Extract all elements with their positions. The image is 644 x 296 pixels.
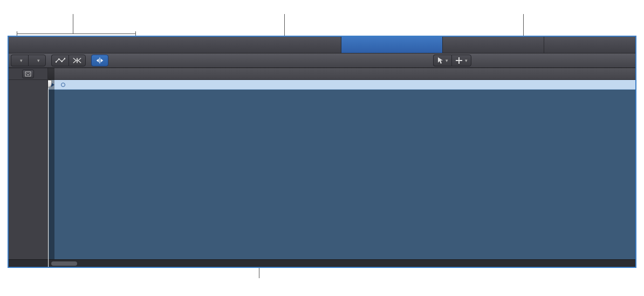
- editor-tabs: [9, 37, 635, 53]
- scrollbar-thumb[interactable]: [51, 261, 77, 266]
- waveform-display[interactable]: [48, 90, 635, 259]
- ruler[interactable]: [48, 68, 635, 80]
- ruler-corner: [9, 68, 48, 80]
- callout-line: [135, 31, 136, 36]
- horizontal-scrollbar[interactable]: [48, 259, 635, 267]
- tab-spacer: [9, 37, 341, 53]
- left-header-spacer: [9, 80, 48, 90]
- db-scale: [9, 90, 48, 259]
- callout-line: [17, 31, 17, 36]
- playhead-handle[interactable]: [48, 80, 52, 88]
- tab-track[interactable]: [341, 37, 442, 53]
- catch-playhead-icon[interactable]: [91, 55, 108, 66]
- callout-line: [73, 14, 73, 33]
- chevron-down-icon: ▾: [20, 58, 23, 63]
- chevron-down-icon: ▾: [446, 58, 448, 63]
- callout-line: [17, 33, 135, 34]
- loop-icon: [61, 83, 65, 87]
- chevron-down-icon: ▾: [37, 58, 40, 63]
- main-area: [48, 68, 635, 267]
- playhead-line: [48, 80, 49, 267]
- chevron-down-icon: ▾: [465, 58, 468, 63]
- svg-rect-5: [99, 58, 100, 64]
- region-header[interactable]: [48, 80, 635, 90]
- tab-file[interactable]: [442, 37, 544, 53]
- svg-point-1: [58, 58, 59, 60]
- svg-point-2: [61, 60, 63, 62]
- flex-icon[interactable]: [68, 55, 86, 66]
- alt-tool[interactable]: ▾: [451, 55, 471, 66]
- playhead[interactable]: [48, 68, 52, 90]
- audio-editor-menubar: ▾ ▾ ▾ ▾: [9, 53, 635, 68]
- editor-content: [9, 68, 635, 267]
- svg-rect-7: [456, 60, 462, 61]
- svg-rect-4: [77, 58, 78, 63]
- collapse-button[interactable]: [22, 70, 34, 78]
- tab-end-spacer: [544, 37, 635, 53]
- pointer-tool[interactable]: ▾: [433, 55, 451, 66]
- audio-editor-window: ▾ ▾ ▾ ▾: [8, 36, 636, 268]
- automation-icon[interactable]: [51, 55, 68, 66]
- hscroll-corner: [9, 259, 48, 267]
- edit-menu[interactable]: ▾: [11, 55, 28, 66]
- view-menu[interactable]: ▾: [28, 55, 46, 66]
- svg-rect-8: [25, 72, 31, 76]
